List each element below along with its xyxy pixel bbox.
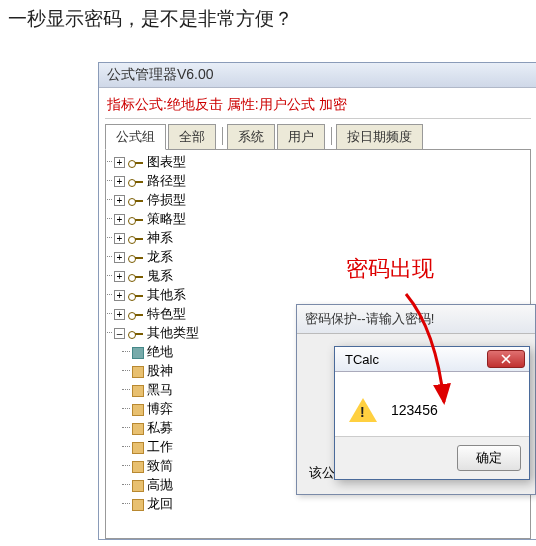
dialog-title[interactable]: 密码保护--请输入密码! (297, 305, 535, 334)
tree-folder[interactable]: +路径型 (114, 171, 530, 190)
key-icon (128, 234, 144, 244)
key-icon (128, 329, 144, 339)
key-icon (128, 177, 144, 187)
page-caption: 一秒显示密码，是不是非常方便？ (0, 0, 536, 44)
expand-icon[interactable]: + (114, 195, 125, 206)
collapse-icon[interactable]: – (114, 328, 125, 339)
annotation-label: 密码出现 (346, 254, 434, 284)
tab-by-date[interactable]: 按日期频度 (336, 124, 423, 150)
tree-folder[interactable]: +龙系 (114, 247, 530, 266)
formula-icon (132, 366, 144, 378)
tab-bar: 公式组 全部 系统 用户 按日期频度 (105, 123, 531, 149)
key-icon (128, 253, 144, 263)
formula-icon (132, 404, 144, 416)
key-icon (128, 215, 144, 225)
formula-icon (132, 347, 144, 359)
window-titlebar[interactable]: 公式管理器V6.00 (99, 63, 536, 88)
tree-leaf[interactable]: 龙回 (132, 494, 530, 513)
formula-icon (132, 385, 144, 397)
formula-icon (132, 423, 144, 435)
expand-icon[interactable]: + (114, 309, 125, 320)
expand-icon[interactable]: + (114, 252, 125, 263)
expand-icon[interactable]: + (114, 157, 125, 168)
ok-button[interactable]: 确定 (457, 445, 521, 471)
formula-icon (132, 480, 144, 492)
expand-icon[interactable]: + (114, 290, 125, 301)
key-icon (128, 272, 144, 282)
alert-title: TCalc (345, 352, 379, 367)
revealed-password: 123456 (391, 402, 438, 418)
tab-group[interactable]: 公式组 (105, 124, 166, 150)
tree-folder[interactable]: +其他系 (114, 285, 530, 304)
key-icon (128, 310, 144, 320)
warning-icon (349, 398, 377, 422)
close-button[interactable] (487, 350, 525, 368)
tab-system[interactable]: 系统 (227, 124, 275, 150)
tcalc-alert-dialog: TCalc 123456 确定 (334, 346, 530, 480)
tree-folder[interactable]: +策略型 (114, 209, 530, 228)
close-icon (501, 354, 511, 364)
formula-icon (132, 461, 144, 473)
tree-folder[interactable]: +停损型 (114, 190, 530, 209)
tree-folder[interactable]: +鬼系 (114, 266, 530, 285)
tree-folder[interactable]: +神系 (114, 228, 530, 247)
tree-folder[interactable]: +图表型 (114, 152, 530, 171)
formula-icon (132, 442, 144, 454)
key-icon (128, 158, 144, 168)
key-icon (128, 291, 144, 301)
expand-icon[interactable]: + (114, 176, 125, 187)
expand-icon[interactable]: + (114, 233, 125, 244)
tab-user[interactable]: 用户 (277, 124, 325, 150)
expand-icon[interactable]: + (114, 214, 125, 225)
expand-icon[interactable]: + (114, 271, 125, 282)
formula-icon (132, 499, 144, 511)
tab-all[interactable]: 全部 (168, 124, 216, 150)
formula-info-line: 指标公式:绝地反击 属性:用户公式 加密 (105, 92, 531, 119)
key-icon (128, 196, 144, 206)
